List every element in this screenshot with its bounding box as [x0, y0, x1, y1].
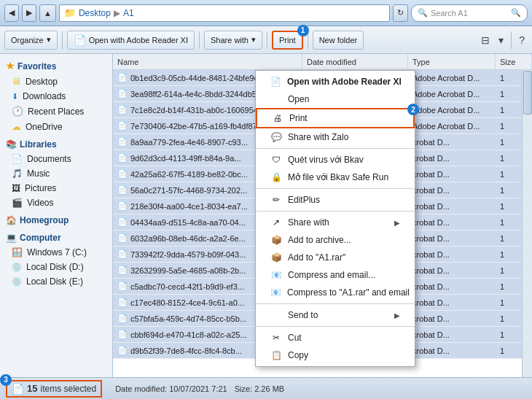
sidebar-item-videos[interactable]: 🎬 Videos [0, 195, 112, 210]
status-bar: 📄 15 items selected 3 Date modified: 10/… [0, 377, 532, 399]
sidebar-item-locald[interactable]: 💿 Local Disk (D:) [0, 260, 112, 274]
videos-label: Videos [27, 198, 53, 208]
ctx-copy[interactable]: 📋 Copy [256, 346, 415, 364]
search-bar[interactable]: 🔍 Search A1 🔍 [411, 4, 528, 22]
path-desktop: Desktop [79, 8, 111, 18]
status-items-label: items selected [40, 384, 96, 394]
ctx-open-with-adobe[interactable]: 📄 Open with Adobe Reader XI [256, 73, 415, 90]
libraries-label: Libraries [20, 139, 57, 150]
sidebar-item-desktop[interactable]: 🖥 Desktop [0, 74, 112, 89]
favorites-label: Favorites [17, 61, 56, 71]
address-bar[interactable]: 📁 Desktop ▶ A1 [59, 4, 390, 22]
status-count: 15 [27, 383, 37, 394]
ctx-compress-email[interactable]: 📧 Compress and email... [256, 266, 415, 284]
ctx-share-icon: ↗ [270, 217, 282, 228]
file-type: crobat D... [408, 202, 496, 211]
file-type: crobat D... [408, 266, 496, 275]
refresh-button[interactable]: ↻ [393, 4, 408, 22]
file-type: crobat D... [408, 250, 496, 259]
music-icon: 🎵 [12, 168, 23, 179]
sidebar-item-recent[interactable]: 🕐 Recent Places [0, 104, 112, 119]
col-type-header[interactable]: Type [408, 54, 496, 69]
sidebar-item-music[interactable]: 🎵 Music [0, 166, 112, 181]
favorites-header[interactable]: ★ Favorites [0, 58, 112, 74]
ctx-open[interactable]: Open [256, 90, 415, 108]
sidebar-item-downloads[interactable]: ⬇ Downloads [0, 89, 112, 104]
col-size-header[interactable]: Size [496, 54, 532, 69]
ctx-compress-a1-email[interactable]: 📧 Compress to "A1.rar" and email [256, 284, 415, 301]
forward-button[interactable]: ▶ [22, 4, 36, 22]
new-folder-button[interactable]: New folder [313, 31, 364, 50]
folder-icon: 📁 [64, 7, 76, 18]
share-button[interactable]: Share with ▾ [204, 31, 262, 50]
sidebar-item-windows7[interactable]: 🪟 Windows 7 (C:) [0, 245, 112, 260]
print-button[interactable]: Print 1 [272, 31, 303, 50]
ctx-add-archive[interactable]: 📦 Add to archive... [256, 231, 415, 249]
ctx-print[interactable]: 🖨 Print 2 [256, 108, 415, 128]
ctx-sep-4 [256, 303, 415, 304]
sidebar-item-locale[interactable]: 💿 Local Disk (E:) [0, 274, 112, 289]
ctx-send-to[interactable]: Send to ▶ [256, 306, 415, 324]
file-type: Adobe Acrobat D... [408, 106, 496, 115]
path-sep: ▶ [114, 8, 120, 18]
ctx-editplus-icon: ✏ [270, 194, 282, 206]
help-button[interactable]: ? [516, 33, 528, 47]
address-bar-row: ◀ ▶ ▲ 📁 Desktop ▶ A1 ↻ 🔍 Search A1 🔍 [0, 0, 532, 26]
file-type: crobat D... [408, 330, 496, 339]
computer-header[interactable]: 💻 Computer [0, 231, 112, 245]
sidebar-item-onedrive[interactable]: ☁ OneDrive [0, 119, 112, 134]
col-date-header[interactable]: Date modified [302, 54, 408, 69]
ctx-sep-3 [256, 211, 415, 212]
ctx-share-zalo[interactable]: 💬 Share with Zalo [256, 128, 415, 146]
status-badge-container: 📄 15 items selected 3 [6, 380, 102, 398]
ctx-send-icon [270, 309, 282, 321]
ctx-zalo-icon: 💬 [270, 131, 282, 143]
pdf-file-icon: 📄 [117, 201, 128, 211]
onedrive-icon: ☁ [12, 121, 21, 132]
ctx-send-arrow: ▶ [394, 311, 400, 319]
ctx-mo-file[interactable]: 🔒 Mở file với Bkav Safe Run [256, 168, 415, 186]
ctx-quet-virus[interactable]: 🛡 Quét virus với Bkav [256, 151, 415, 168]
col-name-header[interactable]: Name [113, 54, 302, 69]
pdf-file-icon: 📄 [117, 137, 128, 147]
ctx-bkav-icon: 🛡 [270, 154, 282, 166]
view-button[interactable]: ⊟ [478, 33, 493, 47]
back-button[interactable]: ◀ [4, 4, 19, 22]
search-icon: 🔍 [418, 8, 428, 18]
ctx-editplus[interactable]: ✏ EditPlus [256, 191, 415, 209]
ctx-bkav-safe-icon: 🔒 [270, 171, 282, 183]
callout-2: 2 [407, 104, 419, 115]
ctx-archive-icon: 📦 [270, 234, 282, 246]
homegroup-icon: 🏠 [6, 215, 17, 225]
desktop-icon: 🖥 [12, 76, 21, 87]
libraries-header[interactable]: 📚 Libraries [0, 137, 112, 152]
ctx-share-with[interactable]: ↗ Share with ▶ [256, 214, 415, 231]
windows7-label: Windows 7 (C:) [27, 247, 87, 257]
pdf-file-icon: 📄 [117, 233, 128, 243]
documents-icon: 📄 [12, 154, 23, 164]
videos-icon: 🎬 [12, 198, 23, 208]
pdf-file-icon: 📄 [117, 298, 128, 307]
file-type: crobat D... [408, 346, 496, 355]
up-button[interactable]: ▲ [39, 4, 56, 22]
status-size: Size: 2.26 MB [235, 384, 284, 393]
open-with-button[interactable]: 📄 Open with Adobe Reader XI [67, 31, 195, 50]
ctx-cut[interactable]: ✂ Cut [256, 329, 415, 346]
scrollbar-thumb[interactable] [523, 71, 532, 115]
sidebar-item-pictures[interactable]: 🖼 Pictures [0, 181, 112, 195]
pdf-file-icon: 📄 [117, 266, 128, 275]
pdf-file-icon: 📄 [117, 314, 128, 323]
scrollbar[interactable] [522, 70, 532, 377]
main-area: ★ Favorites 🖥 Desktop ⬇ Downloads 🕐 Rece… [0, 54, 532, 377]
pdf-file-icon: 📄 [117, 185, 128, 195]
file-type: crobat D... [408, 298, 496, 307]
organize-button[interactable]: Organize ▾ [4, 31, 58, 50]
open-with-label: Open with Adobe Reader XI [89, 36, 188, 44]
ctx-sep-2 [256, 188, 415, 189]
homegroup-header[interactable]: 🏠 Homegroup [0, 213, 112, 228]
view-down-button[interactable]: ▾ [496, 33, 506, 47]
search-submit-icon[interactable]: 🔍 [511, 8, 521, 18]
ctx-add-a1rar[interactable]: 📦 Add to "A1.rar" [256, 249, 415, 266]
favorites-section: ★ Favorites 🖥 Desktop ⬇ Downloads 🕐 Rece… [0, 58, 112, 134]
sidebar-item-documents[interactable]: 📄 Documents [0, 152, 112, 166]
